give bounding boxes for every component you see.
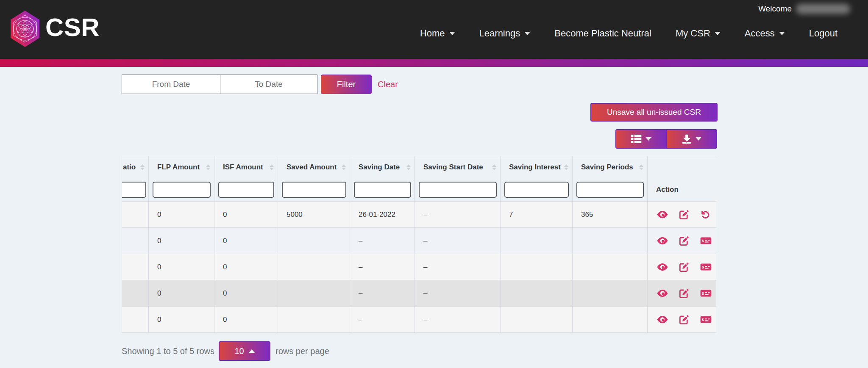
cell-atio <box>122 228 149 254</box>
cell-atio <box>122 280 149 307</box>
cell-actions: $ <box>648 307 717 333</box>
money-check-icon[interactable]: $ <box>700 236 712 246</box>
nav-item-my-csr[interactable]: My CSR <box>676 28 721 39</box>
edit-icon[interactable] <box>679 236 689 246</box>
undo-icon[interactable] <box>700 210 710 220</box>
columns-dropdown-button[interactable] <box>615 129 666 149</box>
cell-actions: $ <box>648 228 717 254</box>
column-label: Saving Periods <box>581 163 633 171</box>
cell-saving-interest <box>501 228 573 254</box>
filter-input-flp-amount[interactable] <box>153 182 211 198</box>
nav-item-home[interactable]: Home <box>420 28 455 39</box>
nav-item-access[interactable]: Access <box>745 28 785 39</box>
view-icon[interactable] <box>657 288 668 298</box>
column-label: Saving Date <box>359 163 400 171</box>
cell-saving-date: – <box>350 254 415 280</box>
from-date-input[interactable] <box>122 75 220 94</box>
money-check-icon[interactable]: $ <box>700 315 712 324</box>
column-header-flp-amount[interactable]: FLP Amount <box>149 156 214 178</box>
nav-item-label: Access <box>745 28 775 39</box>
column-label: ISF Amount <box>223 163 263 171</box>
pagination-summary: Showing 1 to 5 of 5 rows <box>122 346 214 356</box>
page-size-dropdown[interactable]: 10 <box>219 341 270 361</box>
column-filter-row: Action <box>122 178 717 202</box>
column-header-isf-amount[interactable]: ISF Amount <box>214 156 278 178</box>
cell-atio <box>122 307 149 333</box>
cell-isf-amount: 0 <box>214 307 278 333</box>
action-column-label: Action <box>648 178 717 202</box>
filter-input-saved-amount[interactable] <box>282 182 346 198</box>
unsave-all-button[interactable]: Unsave all un-issued CSR <box>590 103 718 122</box>
rows-per-page-label: rows per page <box>275 346 329 356</box>
nav-item-become-plastic-neutral[interactable]: Become Plastic Neutral <box>554 28 651 39</box>
nav-item-label: Home <box>420 28 445 39</box>
welcome-area: Welcome <box>758 4 850 14</box>
column-header-saving-date[interactable]: Saving Date <box>350 156 415 178</box>
brand-name: CSR <box>45 9 100 46</box>
clear-link[interactable]: Clear <box>378 80 398 89</box>
edit-icon[interactable] <box>679 262 689 272</box>
column-header-saving-start-date[interactable]: Saving Start Date <box>415 156 501 178</box>
sort-icon <box>270 164 274 170</box>
chevron-down-icon <box>715 32 721 35</box>
nav-item-logout[interactable]: Logout <box>809 28 837 39</box>
column-label: Saved Amount <box>287 163 337 171</box>
csr-logo-icon <box>8 10 42 47</box>
filter-input-isf-amount[interactable] <box>218 182 274 198</box>
cell-actions: $ <box>648 280 717 307</box>
money-check-icon[interactable]: $ <box>700 262 712 272</box>
nav-item-label: Learnings <box>479 28 520 39</box>
column-header-atio[interactable]: atio <box>122 156 149 178</box>
cell-isf-amount: 0 <box>214 254 278 280</box>
cell-saved-amount <box>278 228 350 254</box>
to-date-input[interactable] <box>220 75 317 94</box>
column-header-saving-interest[interactable]: Saving Interest <box>501 156 573 178</box>
savings-table: atioFLP AmountISF AmountSaved AmountSavi… <box>122 156 716 333</box>
nav-item-label: Become Plastic Neutral <box>554 28 651 39</box>
cell-saving-periods <box>573 280 648 307</box>
table-row: 00500026-01-2022–7365 <box>122 202 717 228</box>
edit-icon[interactable] <box>679 315 689 325</box>
column-header-saved-amount[interactable]: Saved Amount <box>278 156 350 178</box>
sort-icon <box>342 164 346 170</box>
cell-atio <box>122 254 149 280</box>
table-row: 00––$ <box>122 307 717 333</box>
cell-isf-amount: 0 <box>214 202 278 228</box>
filter-input-saving-date[interactable] <box>354 182 411 198</box>
nav-item-label: My CSR <box>676 28 710 39</box>
table-row: 00––$ <box>122 254 717 280</box>
nav-item-learnings[interactable]: Learnings <box>479 28 531 39</box>
cell-saving-interest <box>501 280 573 307</box>
edit-icon[interactable] <box>679 288 689 299</box>
top-bar: Welcome <box>0 0 868 59</box>
view-icon[interactable] <box>657 262 668 272</box>
cell-saving-periods <box>573 228 648 254</box>
gradient-divider <box>0 59 868 67</box>
column-label: atio <box>123 163 136 171</box>
money-check-icon[interactable]: $ <box>700 288 712 298</box>
cell-saving-start-date: – <box>415 202 501 228</box>
cell-isf-amount: 0 <box>214 280 278 307</box>
page-size-value: 10 <box>234 346 244 356</box>
filter-input-saving-interest[interactable] <box>504 182 569 198</box>
brand-logo[interactable]: CSR <box>8 10 100 47</box>
view-icon[interactable] <box>657 210 668 219</box>
filter-input-saving-periods[interactable] <box>576 182 644 198</box>
sort-icon <box>564 164 568 170</box>
column-label: Saving Interest <box>509 163 561 171</box>
filter-button[interactable]: Filter <box>321 75 372 94</box>
filter-input-saving-start-date[interactable] <box>419 182 497 198</box>
edit-icon[interactable] <box>679 210 689 220</box>
user-email-redacted <box>796 4 850 14</box>
cell-saved-amount <box>278 280 350 307</box>
filter-input-atio[interactable] <box>122 182 147 198</box>
view-icon[interactable] <box>657 315 668 324</box>
column-header-saving-periods[interactable]: Saving Periods <box>573 156 648 178</box>
cell-saving-periods: 365 <box>573 202 648 228</box>
export-dropdown-button[interactable] <box>666 129 717 149</box>
cell-isf-amount: 0 <box>214 228 278 254</box>
cell-actions: $ <box>648 254 717 280</box>
main-nav: HomeLearningsBecome Plastic NeutralMy CS… <box>420 28 837 39</box>
cell-saving-interest <box>501 254 573 280</box>
view-icon[interactable] <box>657 236 668 246</box>
